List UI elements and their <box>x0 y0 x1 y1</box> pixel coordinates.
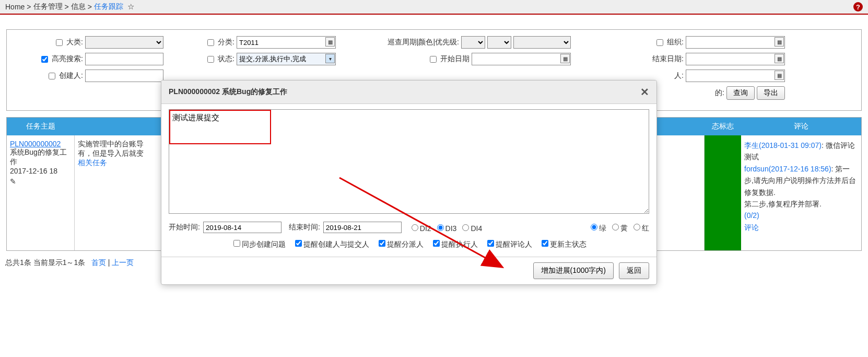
org-label: 组织: <box>654 38 684 48</box>
mid-text-line1: 实施管理中的台账导 <box>78 140 144 148</box>
picker-icon[interactable]: ▦ <box>775 71 784 80</box>
crumb-home[interactable]: Home <box>5 3 25 11</box>
calendar-icon[interactable]: ▦ <box>775 54 784 63</box>
di3-option[interactable]: DI3 <box>435 223 457 233</box>
update-main-status-option[interactable]: 更新主状态 <box>539 238 587 249</box>
favorite-star-icon[interactable]: ☆ <box>127 2 134 11</box>
end-date-input[interactable] <box>686 53 785 65</box>
color-red-option[interactable]: 红 <box>631 222 649 233</box>
start-time-input[interactable] <box>203 222 281 233</box>
color-red-radio[interactable] <box>634 224 640 231</box>
crumb-l3-active[interactable]: 任务跟踪 <box>94 2 123 11</box>
calendar-icon[interactable]: ▦ <box>560 54 570 63</box>
dialog-footer: 增加进展(1000字内) 返回 <box>161 257 656 271</box>
dropdown-icon[interactable]: ▾ <box>325 54 335 63</box>
comment-author-1[interactable]: 李生(2018-01-31 09:07) <box>744 141 822 149</box>
export-button[interactable]: 导出 <box>757 86 785 100</box>
mid-text-line2: 有，但是导入后就变 <box>78 149 144 157</box>
creator-check[interactable] <box>49 73 55 79</box>
notify-assigner-check[interactable] <box>379 240 385 247</box>
category-input[interactable] <box>237 36 336 49</box>
pager-first[interactable]: 首页 <box>91 258 106 267</box>
di2-option[interactable]: DI2 <box>409 223 431 233</box>
dialog-row-dates: 开始时间: 结束时间: DI2 DI3 DI4 绿 黄 红 <box>169 222 649 233</box>
org-check[interactable] <box>656 39 663 46</box>
cycle-select[interactable] <box>461 36 485 49</box>
sync-issue-option[interactable]: 同步创建问题 <box>231 238 286 249</box>
picker-icon[interactable]: ▦ <box>775 37 784 47</box>
dialog-title: PLN000000002 系统Bug的修复工作 <box>169 87 287 97</box>
add-progress-button[interactable]: 增加进展(1000字内) <box>533 262 614 271</box>
comment-author-2[interactable]: fordsun(2017-12-16 18:56) <box>744 165 831 173</box>
notify-executor-option[interactable]: 提醒执行人 <box>431 238 478 249</box>
start-date-label: 开始日期 <box>428 54 470 64</box>
crumb-sep: > <box>65 3 69 11</box>
di3-radio[interactable] <box>437 224 444 231</box>
highlight-check[interactable] <box>41 56 48 63</box>
color-green-option[interactable]: 绿 <box>588 222 606 233</box>
category-label: 分类: <box>205 38 234 48</box>
highlight-label: 高亮搜索: <box>39 54 83 64</box>
color-select[interactable] <box>487 36 511 49</box>
org-input[interactable] <box>686 36 785 49</box>
status-input[interactable] <box>237 53 336 65</box>
dialog-body: 开始时间: 结束时间: DI2 DI3 DI4 绿 黄 红 同步创建问题 提醒创… <box>161 104 656 257</box>
dialog-header: PLN000000002 系统Bug的修复工作 ✕ <box>161 80 656 104</box>
task-date: 2017-12-16 18 <box>10 167 57 175</box>
color-yellow-radio[interactable] <box>612 224 619 231</box>
update-main-status-check[interactable] <box>542 240 548 247</box>
highlight-input[interactable] <box>85 53 163 65</box>
pager-prev[interactable]: 上一页 <box>112 258 134 267</box>
progress-link[interactable]: (0/2) <box>744 211 759 220</box>
crumb-l2[interactable]: 信息 <box>71 2 86 11</box>
big-category-check[interactable] <box>56 39 63 46</box>
person-input[interactable] <box>686 70 785 82</box>
cell-status-flag <box>705 135 741 250</box>
progress-textarea[interactable] <box>169 109 649 214</box>
notify-assigner-option[interactable]: 提醒分派人 <box>377 238 424 249</box>
big-category-label: 大类: <box>54 38 83 48</box>
related-task-link[interactable]: 相关任务 <box>78 158 107 167</box>
th-status-flag: 态标志 <box>705 118 741 135</box>
person-suffix-label: 人: <box>674 71 684 80</box>
notify-creator-option[interactable]: 提醒创建人与提交人 <box>293 238 369 249</box>
comment-link[interactable]: 评论 <box>744 223 759 232</box>
notify-commenter-option[interactable]: 提醒评论人 <box>485 238 532 249</box>
close-icon[interactable]: ✕ <box>640 86 649 98</box>
query-button[interactable]: 查询 <box>726 86 755 100</box>
color-yellow-option[interactable]: 黄 <box>609 222 628 233</box>
di2-radio[interactable] <box>412 224 418 231</box>
pager-summary: 总共1条 当前显示1～1条 <box>5 258 85 267</box>
cell-subject: PLN000000002 系统Bug的修复工作 2017-12-16 18 ✎ <box>7 135 75 250</box>
color-green-radio[interactable] <box>591 224 597 231</box>
big-category-select[interactable] <box>85 36 163 49</box>
notify-executor-check[interactable] <box>433 240 440 247</box>
creator-input[interactable] <box>85 70 163 82</box>
notify-commenter-check[interactable] <box>487 240 494 247</box>
priority-select[interactable] <box>513 36 571 49</box>
start-date-check[interactable] <box>430 56 437 63</box>
start-date-input[interactable] <box>472 53 571 65</box>
creator-label: 创建人: <box>46 71 83 81</box>
start-time-label: 开始时间: <box>169 223 200 232</box>
end-time-label: 结束时间: <box>289 223 320 232</box>
status-label: 状态: <box>205 54 234 64</box>
end-time-input[interactable] <box>323 222 402 233</box>
sync-issue-check[interactable] <box>233 240 240 247</box>
crumb-sep: > <box>88 3 92 11</box>
di4-radio[interactable] <box>462 224 469 231</box>
status-check[interactable] <box>207 56 214 63</box>
category-check[interactable] <box>207 39 214 46</box>
dialog-row-checks: 同步创建问题 提醒创建人与提交人 提醒分派人 提醒执行人 提醒评论人 更新主状态 <box>169 238 649 249</box>
th-comment: 评论 <box>741 118 861 135</box>
edit-pencil-icon[interactable]: ✎ <box>10 177 16 186</box>
breadcrumb: Home > 任务管理 > 信息 > 任务跟踪 ☆ <box>5 2 134 11</box>
back-button[interactable]: 返回 <box>619 262 649 271</box>
crumb-l1[interactable]: 任务管理 <box>33 2 63 11</box>
comment-text-3: 第二步,修复程序并部署. <box>744 200 822 208</box>
picker-icon[interactable]: ▦ <box>325 37 335 47</box>
notify-creator-check[interactable] <box>295 240 302 247</box>
task-number-link[interactable]: PLN000000002 <box>10 140 61 148</box>
help-icon[interactable]: ? <box>853 2 863 11</box>
di4-option[interactable]: DI4 <box>460 223 482 233</box>
